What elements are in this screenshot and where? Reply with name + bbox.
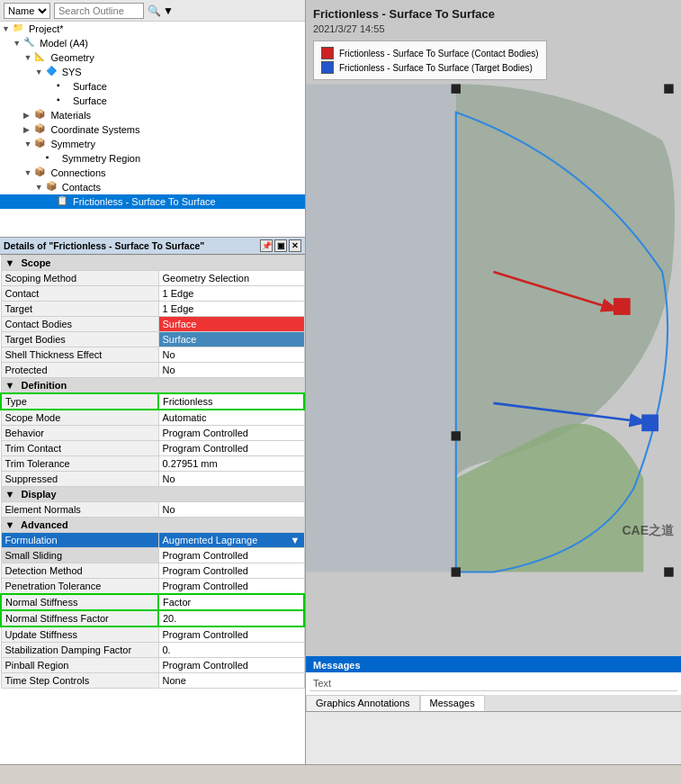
property-key: Type [1, 393, 158, 410]
tree-icon: 📐 [34, 51, 49, 64]
table-row: Contact Bodies Surface [1, 317, 304, 332]
expand-icon[interactable]: ▼ [23, 168, 34, 177]
property-key: Trim Tolerance [1, 456, 158, 472]
messages-tab-graphics-annotations[interactable]: Graphics Annotations [306, 695, 420, 711]
section-label: Definition [21, 380, 67, 391]
tree-icon: ▪ [46, 152, 60, 165]
property-key: Trim Contact [1, 441, 158, 456]
svg-rect-5 [452, 84, 461, 93]
tree-item-symregion[interactable]: ▪Symmetry Region [0, 151, 305, 166]
section-label: Display [21, 489, 56, 500]
section-collapse-icon: ▼ [5, 519, 15, 530]
property-key: Protected [1, 363, 158, 378]
messages-header: Messages [306, 658, 681, 672]
section-header-display[interactable]: ▼ Display [1, 487, 304, 502]
table-row: Normal Stiffness Factor 20. [1, 610, 304, 626]
property-key: Update Stiffness [1, 626, 158, 643]
tree-label: Project* [29, 23, 64, 34]
expand-icon[interactable]: ▼ [23, 140, 34, 149]
tree-item-coord[interactable]: ▶📦Coordinate Systems [0, 122, 305, 137]
tree-item-sys[interactable]: ▼🔷SYS [0, 65, 305, 79]
tree-label: Symmetry [50, 139, 95, 149]
messages-column-header: Text [309, 676, 677, 691]
expand-icon[interactable]: ▼ [35, 183, 46, 192]
expand-icon[interactable]: ▼ [13, 39, 23, 48]
property-key: Normal Stiffness [1, 594, 158, 610]
close-button[interactable]: ✕ [289, 239, 301, 252]
tree-label: Coordinate Systems [50, 124, 139, 135]
details-table: ▼ Scope Scoping Method Geometry Selectio… [0, 255, 305, 689]
tree-icon: ▪ [57, 95, 71, 107]
tree-icon: 📦 [46, 181, 60, 194]
property-key: Stabilization Damping Factor [1, 643, 158, 658]
tree-label: Surface [73, 81, 107, 92]
tree-item-project[interactable]: ▼📁Project* [0, 22, 305, 36]
property-value: Factor [158, 594, 304, 610]
table-row: Shell Thickness Effect No [1, 347, 304, 363]
section-header-advanced[interactable]: ▼ Advanced [1, 518, 304, 533]
property-value: Program Controlled [158, 441, 304, 456]
tree-item-contacts[interactable]: ▼📦Contacts [0, 180, 305, 194]
tree-label: SYS [62, 67, 82, 77]
expand-icon[interactable]: ▼ [2, 24, 13, 33]
section-collapse-icon: ▼ [5, 380, 15, 391]
section-collapse-icon: ▼ [5, 489, 15, 500]
tree-label: Materials [50, 110, 91, 121]
status-bar [0, 764, 681, 784]
property-key: Small Sliding [1, 548, 158, 563]
dropdown-icon[interactable]: ▼ [291, 535, 300, 545]
property-value: Program Controlled [158, 548, 304, 563]
section-header-definition[interactable]: ▼ Definition [1, 378, 304, 394]
table-row: Formulation Augmented Lagrange ▼ [1, 533, 304, 548]
table-row: Small Sliding Program Controlled [1, 548, 304, 563]
tree-item-model[interactable]: ▼🔧Model (A4) [0, 36, 305, 50]
section-label: Advanced [21, 519, 68, 530]
tree-area: ▼📁Project* ▼🔧Model (A4) ▼📐Geometry ▼🔷SYS… [0, 22, 305, 238]
tree-label: Frictionless - Surface To Surface [73, 196, 216, 207]
tree-item-surface2[interactable]: ▪Surface [0, 94, 305, 108]
property-value: Surface [158, 332, 304, 347]
expand-icon[interactable]: ▼ [35, 68, 46, 77]
property-key: Time Step Controls [1, 673, 158, 689]
table-row: Trim Tolerance 0.27951 mm [1, 456, 304, 472]
property-value: None [158, 673, 304, 689]
tree-label: Contacts [62, 182, 101, 193]
tree-item-frictionless[interactable]: 📋Frictionless - Surface To Surface [0, 194, 305, 209]
tree-icon: ▪ [57, 80, 71, 93]
tree-item-symmetry[interactable]: ▼📦Symmetry [0, 137, 305, 151]
table-row: Stabilization Damping Factor 0. [1, 643, 304, 658]
tree-item-materials[interactable]: ▶📦Materials [0, 108, 305, 122]
section-header-scope[interactable]: ▼ Scope [1, 256, 304, 271]
property-key: Formulation [1, 533, 158, 548]
section-label: Scope [21, 257, 50, 268]
property-value: 1 Edge [158, 286, 304, 302]
table-row: Pinball Region Program Controlled [1, 658, 304, 673]
restore-button[interactable]: ▣ [274, 239, 287, 252]
tree-label: Model (A4) [40, 38, 88, 49]
filter-icon[interactable]: ▼ [163, 5, 174, 17]
tree-item-connections[interactable]: ▼📦Connections [0, 166, 305, 180]
property-key: Normal Stiffness Factor [1, 610, 158, 626]
pin-button[interactable]: 📌 [260, 239, 273, 252]
expand-icon[interactable]: ▶ [23, 111, 34, 120]
property-value[interactable]: Augmented Lagrange ▼ [158, 533, 304, 548]
search-icon[interactable]: 🔍 [148, 5, 161, 17]
viewport-3d [306, 0, 681, 656]
tree-icon: 📦 [34, 109, 49, 122]
tree-icon: 📋 [57, 195, 71, 208]
tree-item-geometry[interactable]: ▼📐Geometry [0, 50, 305, 65]
svg-marker-0 [306, 84, 456, 572]
name-dropdown[interactable]: Name [4, 3, 50, 19]
tree-icon: 📦 [34, 123, 49, 136]
tree-header: Name 🔍 ▼ [0, 0, 305, 22]
table-row: Detection Method Program Controlled [1, 563, 304, 579]
tree-label: Symmetry Region [62, 153, 140, 164]
expand-icon[interactable]: ▼ [23, 53, 34, 62]
tree-item-surface1[interactable]: ▪Surface [0, 79, 305, 94]
details-titlebar: Details of "Frictionless - Surface To Su… [0, 238, 305, 255]
search-input[interactable] [54, 3, 144, 19]
property-key: Suppressed [1, 472, 158, 487]
expand-icon[interactable]: ▶ [23, 125, 34, 134]
messages-tab-messages[interactable]: Messages [420, 695, 485, 711]
property-value: No [158, 472, 304, 487]
